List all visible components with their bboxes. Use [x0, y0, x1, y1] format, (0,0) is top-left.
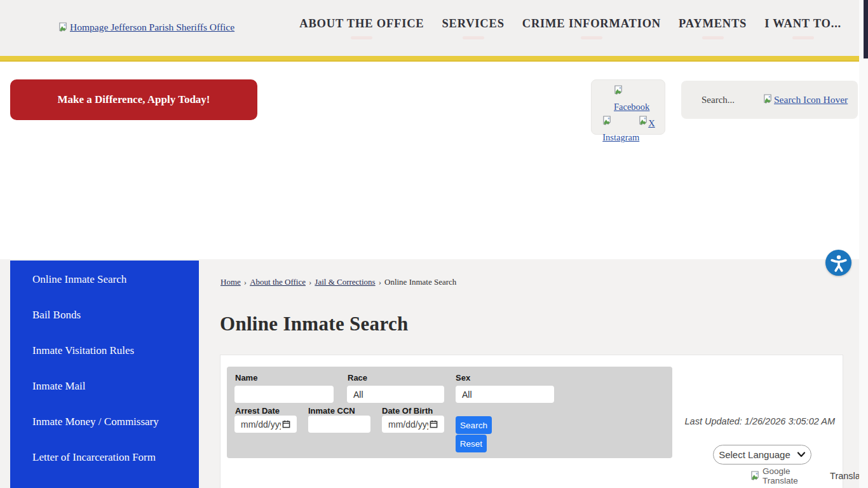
breadcrumb-home[interactable]: Home [220, 277, 241, 287]
breadcrumb-current: Online Inmate Search [384, 277, 456, 287]
logo-link[interactable]: Hompage Jefferson Parish Sheriffs Office [58, 22, 234, 33]
nav-label: I WANT TO... [764, 17, 841, 30]
dob-input[interactable]: mm/dd/yyyy [382, 416, 444, 433]
sex-label: Sex [456, 373, 470, 383]
nav-label: PAYMENTS [679, 17, 747, 30]
sex-select[interactable]: All [456, 386, 554, 403]
nav-label: SERVICES [442, 17, 504, 30]
x-link[interactable]: X [639, 116, 654, 145]
language-select-label: Select Language [719, 449, 790, 460]
sidebar-item-inmate-visitation-rules[interactable]: Inmate Visitation Rules [10, 333, 199, 369]
arrest-date-placeholder: mm/dd/yyyy [241, 419, 281, 430]
breadcrumb-separator: › [244, 277, 247, 287]
dob-placeholder: mm/dd/yyyy [388, 419, 428, 430]
sidebar-item-online-inmate-search[interactable]: Online Inmate Search [10, 262, 199, 297]
instagram-alt-text: Instagram [602, 132, 639, 142]
google-translate-alt-text: Google Translate [763, 466, 825, 485]
reset-button[interactable]: Reset [456, 435, 487, 452]
main-nav: ABOUT THE OFFICE SERVICES CRIME INFORMAT… [299, 0, 841, 56]
breadcrumb: Home›About the Office›Jail & Corrections… [220, 277, 456, 287]
dob-label: Date Of Birth [382, 406, 433, 416]
broken-image-icon [602, 116, 612, 126]
accessibility-icon [829, 254, 848, 273]
nav-item-services[interactable]: SERVICES [442, 17, 504, 39]
page-title: Online Inmate Search [220, 313, 409, 336]
search-input[interactable] [702, 95, 762, 105]
arrest-date-input[interactable]: mm/dd/yyyy [234, 416, 297, 433]
search-icon-alt-text: Search Icon Hover [774, 94, 848, 105]
nav-item-crime-information[interactable]: CRIME INFORMATION [522, 17, 661, 39]
broken-image-icon [750, 471, 760, 482]
apply-today-button[interactable]: Make a Difference, Apply Today! [10, 79, 257, 120]
google-translate-attribution: Google Translate Translate [750, 466, 868, 485]
breadcrumb-separator: › [379, 277, 381, 287]
sidebar-item-inmate-mail[interactable]: Inmate Mail [10, 369, 199, 404]
breadcrumb-about-the-office[interactable]: About the Office [250, 277, 306, 287]
accent-bar [0, 56, 859, 62]
logo-alt-text: Hompage Jefferson Parish Sheriffs Office [70, 22, 234, 33]
header: Hompage Jefferson Parish Sheriffs Office… [0, 0, 859, 56]
vertical-scrollbar-thumb[interactable] [864, 0, 868, 58]
inmate-search-form: Name Race Sex All All Arrest Date Inmate… [227, 367, 672, 458]
nav-item-i-want-to[interactable]: I WANT TO... [764, 17, 841, 39]
broken-image-icon [763, 94, 773, 105]
nav-hover-indicator [702, 36, 724, 39]
nav-label: CRIME INFORMATION [522, 17, 661, 30]
language-select[interactable]: Select Language [713, 445, 811, 464]
search-submit-link[interactable]: Search Icon Hover [763, 94, 848, 105]
facebook-link[interactable]: Facebook [614, 85, 644, 114]
search-button[interactable]: Search [456, 416, 492, 434]
nav-label: ABOUT THE OFFICE [299, 17, 424, 30]
sidebar-item-inmate-money-commissary[interactable]: Inmate Money / Commissary [10, 404, 199, 440]
breadcrumb-separator: › [309, 277, 311, 287]
inmate-ccn-label: Inmate CCN [308, 406, 355, 416]
page: Hompage Jefferson Parish Sheriffs Office… [0, 0, 868, 488]
race-select[interactable]: All [347, 386, 444, 403]
breadcrumb-jail-corrections[interactable]: Jail & Corrections [315, 277, 375, 287]
broken-image-icon [58, 22, 68, 33]
inmate-search-panel: Name Race Sex All All Arrest Date Inmate… [220, 355, 843, 488]
nav-item-payments[interactable]: PAYMENTS [679, 17, 747, 39]
broken-image-icon [614, 85, 623, 96]
sidebar-item-letter-of-incarceration-form[interactable]: Letter of Incarceration Form [10, 440, 199, 475]
inmate-ccn-input[interactable] [308, 416, 370, 433]
social-links-box: Facebook Instagram X [591, 79, 665, 135]
nav-item-about-the-office[interactable]: ABOUT THE OFFICE [299, 17, 424, 39]
facebook-alt-text: Facebook [614, 102, 649, 112]
nav-hover-indicator [792, 36, 814, 39]
broken-image-icon [639, 116, 648, 126]
race-label: Race [348, 373, 367, 383]
nav-hover-indicator [581, 36, 602, 39]
nav-hover-indicator [463, 36, 484, 39]
chevron-down-icon [797, 452, 806, 458]
accessibility-widget-button[interactable] [825, 250, 851, 276]
name-label: Name [235, 373, 257, 383]
instagram-link[interactable]: Instagram [602, 116, 632, 145]
sidebar-item-bail-bonds[interactable]: Bail Bonds [10, 297, 199, 333]
calendar-icon[interactable] [430, 420, 438, 428]
nav-hover-indicator [351, 36, 372, 39]
calendar-icon[interactable] [282, 420, 290, 428]
x-alt-text: X [648, 118, 654, 128]
arrest-date-label: Arrest Date [235, 406, 280, 416]
last-updated-text: Last Updated: 1/26/2026 3:05:02 AM [685, 416, 835, 426]
vertical-scrollbar-track[interactable] [859, 0, 868, 488]
sidebar: Online Inmate Search Bail Bonds Inmate V… [10, 261, 199, 488]
name-input[interactable] [234, 386, 334, 403]
site-search-box: Search Icon Hover [681, 81, 858, 119]
